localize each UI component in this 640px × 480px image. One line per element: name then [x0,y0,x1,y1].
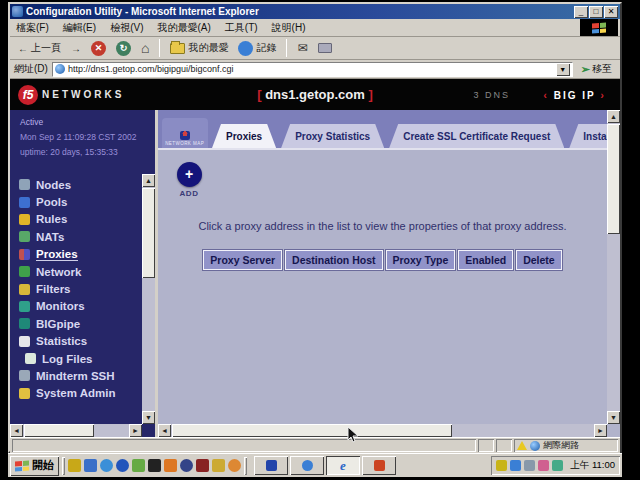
tab-install-ssl-certificate[interactable]: Install SSL Certificate [569,124,607,148]
task-button-2[interactable] [290,456,324,475]
favorites-button[interactable]: 我的最愛 [167,40,231,56]
scroll-left-icon[interactable]: ◄ [10,424,23,437]
sidebar-item-rules[interactable]: Rules [19,211,115,228]
scrollbar-thumb[interactable] [142,188,155,278]
column-header-proxy-server[interactable]: Proxy Server [203,250,282,270]
scroll-right-icon[interactable]: ► [594,424,607,437]
back-button[interactable]: ← 上一頁 [15,40,64,56]
menu-favorites[interactable]: 我的最愛(A) [157,21,210,35]
menu-view[interactable]: 檢視(V) [110,21,143,35]
sidebar-item-system-admin[interactable]: System Admin [19,385,115,402]
zone-label: 網際網路 [543,439,579,452]
main-area: Active Mon Sep 2 11:09:28 CST 2002 uptim… [10,110,620,437]
quicklaunch-icon-9[interactable] [196,459,209,472]
sidebar-item-statistics[interactable]: Statistics [19,333,115,350]
mail-button[interactable]: ✉ [294,40,310,56]
go-button[interactable]: ➢ 移至 [577,62,616,76]
forward-button[interactable]: → [68,42,84,55]
stop-button[interactable]: ✕ [88,40,109,57]
sidebar-item-log-files[interactable]: Log Files [19,350,115,367]
sidebar-item-label: Proxies [36,248,78,261]
tab-proxy-statistics[interactable]: Proxy Statistics [281,124,384,148]
scrollbar-thumb[interactable] [607,124,620,234]
sidebar-horizontal-scrollbar[interactable]: ◄ ► [10,424,142,437]
network-map-chip[interactable]: NETWORK MAP [162,118,208,148]
tray-icon-3[interactable] [524,460,535,471]
task-button-1[interactable] [254,456,288,475]
tray-icon-2[interactable] [510,460,521,471]
print-button[interactable] [315,42,335,54]
go-label: 移至 [592,62,612,76]
add-proxy-control[interactable]: + ADD [174,162,204,198]
title-bar[interactable]: Configuration Utility - Microsoft Intern… [10,4,620,19]
minimize-button[interactable]: _ [574,6,588,18]
taskbar-handle[interactable] [244,457,247,475]
quicklaunch-icon-3[interactable] [100,459,113,472]
sidebar-item-bigpipe[interactable]: BIGpipe [19,315,115,332]
sidebar-item-filters[interactable]: Filters [19,280,115,297]
task-button-4[interactable] [362,456,396,475]
status-pane [496,439,512,452]
quicklaunch-icon-10[interactable] [212,459,225,472]
column-header-destination-host[interactable]: Destination Host [285,250,382,270]
network-map-label: NETWORK MAP [166,140,205,145]
column-header-enabled[interactable]: Enabled [458,250,513,270]
content-vertical-scrollbar[interactable]: ▲ ▼ [607,110,620,424]
ie-window-icon [12,6,23,17]
menu-help[interactable]: 說明(H) [272,21,306,35]
add-icon[interactable]: + [177,162,202,187]
tab-proxies[interactable]: Proxies [212,124,276,148]
column-header-delete[interactable]: Delete [516,250,562,270]
refresh-button[interactable]: ↻ [113,40,134,57]
history-button[interactable]: 記錄 [235,40,279,57]
menu-edit[interactable]: 編輯(E) [63,21,96,35]
ie-icon: e [340,460,346,471]
sidebar-item-proxies[interactable]: Proxies [19,246,115,263]
home-button[interactable]: ⌂ [138,40,152,57]
quicklaunch-icon-6[interactable] [148,459,161,472]
task-button-ie-active[interactable]: e [326,456,360,475]
quicklaunch-icon-11[interactable] [228,459,241,472]
tray-icon-5[interactable] [552,460,563,471]
address-input[interactable] [68,64,553,74]
task-window-icon [374,460,385,471]
column-header-proxy-type[interactable]: Proxy Type [386,250,456,270]
address-dropdown-icon[interactable]: ▼ [556,63,570,76]
scrollbar-thumb[interactable] [172,424,452,437]
quicklaunch-icon-1[interactable] [68,459,81,472]
start-label: 開始 [32,458,54,473]
tray-icon-4[interactable] [538,460,549,471]
warning-icon [517,441,527,450]
start-button[interactable]: 開始 [10,456,59,476]
maximize-button[interactable]: □ [589,6,603,18]
scroll-down-icon[interactable]: ▼ [607,411,620,424]
status-label: Active [20,115,136,130]
scrollbar-thumb[interactable] [24,424,94,437]
sidebar-item-mindterm-ssh[interactable]: Mindterm SSH [19,367,115,384]
quicklaunch-icon-2[interactable] [84,459,97,472]
sidebar-item-nats[interactable]: NATs [19,228,115,245]
scroll-up-icon[interactable]: ▲ [607,110,620,123]
scroll-right-icon[interactable]: ► [129,424,142,437]
quicklaunch-icon-4[interactable] [116,459,129,472]
sidebar-item-monitors[interactable]: Monitors [19,298,115,315]
close-button[interactable]: ✕ [604,6,618,18]
sidebar-item-pools[interactable]: Pools [19,193,115,210]
quicklaunch-icon-8[interactable] [180,459,193,472]
taskbar-handle[interactable] [62,457,65,475]
sidebar-vertical-scrollbar[interactable]: ▲ ▼ [142,174,155,424]
tray-icon-1[interactable] [496,460,507,471]
quicklaunch-icon-5[interactable] [132,459,145,472]
sidebar-item-network[interactable]: Network [19,263,115,280]
add-label: ADD [174,189,204,198]
tab-create-ssl-certificate-request[interactable]: Create SSL Certificate Request [389,124,564,148]
scroll-left-icon[interactable]: ◄ [158,424,171,437]
windows-taskbar: 開始 e 上午 11:00 [8,453,622,477]
content-horizontal-scrollbar[interactable]: ◄ ► [158,424,607,437]
scroll-down-icon[interactable]: ▼ [142,411,155,424]
menu-file[interactable]: 檔案(F) [16,21,49,35]
sidebar-item-nodes[interactable]: Nodes [19,176,115,193]
scroll-up-icon[interactable]: ▲ [142,174,155,187]
quicklaunch-icon-7[interactable] [164,459,177,472]
menu-tools[interactable]: 工具(T) [225,21,258,35]
